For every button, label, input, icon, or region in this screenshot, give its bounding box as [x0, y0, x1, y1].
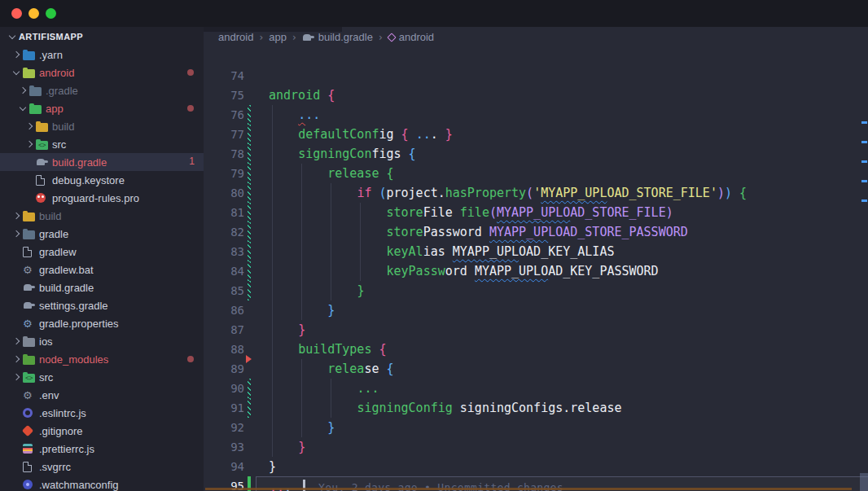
- code-line-81[interactable]: 81 storeFile file(MYAPP_UPLOAD_STORE_FIL…: [204, 203, 868, 222]
- line-content[interactable]: }: [256, 300, 868, 320]
- chevron-right-icon[interactable]: [10, 213, 23, 218]
- code-line-79[interactable]: 79 release {: [204, 164, 868, 183]
- line-content[interactable]: keyPassword MYAPP_UPLOAD_KEY_PASSWORD: [256, 261, 868, 281]
- line-content[interactable]: ...: [256, 105, 868, 125]
- sidebar-item-gitignore[interactable]: .gitignore: [0, 422, 204, 440]
- breadcrumb-item-android[interactable]: android: [218, 31, 253, 43]
- sidebar-item-gradlew-bat[interactable]: ⚙gradlew.bat: [0, 261, 204, 278]
- vertical-scrollbar[interactable]: [860, 473, 868, 491]
- line-number[interactable]: 85: [204, 281, 244, 300]
- sidebar-item-settings-gradle[interactable]: settings.gradle: [0, 296, 204, 314]
- sidebar-item-app[interactable]: app: [0, 99, 204, 117]
- explorer-root-folder[interactable]: ARTIFISMAPP: [0, 27, 204, 46]
- code-line-77[interactable]: 77 defaultConfig { ... }: [204, 125, 868, 144]
- chevron-down-icon[interactable]: [10, 71, 23, 74]
- line-content[interactable]: ...: [256, 379, 868, 398]
- line-number[interactable]: 94: [204, 457, 244, 476]
- sidebar-item-eslintrc-js[interactable]: .eslintrc.js: [0, 404, 204, 422]
- sidebar-item-build-gradle[interactable]: build.gradle1: [0, 153, 204, 171]
- line-number[interactable]: 78: [204, 144, 244, 164]
- git-deleted-arrow-icon[interactable]: [246, 355, 252, 363]
- line-number[interactable]: 82: [204, 222, 244, 242]
- line-number[interactable]: 74: [204, 66, 244, 85]
- breadcrumb-item-android[interactable]: android: [388, 31, 434, 43]
- chevron-right-icon[interactable]: [23, 142, 36, 147]
- sidebar-item-gradle-properties[interactable]: ⚙gradle.properties: [0, 314, 204, 332]
- line-number[interactable]: 75: [204, 85, 244, 105]
- line-content[interactable]: if (project.hasProperty('MYAPP_UPLOAD_ST…: [256, 183, 868, 203]
- sidebar-item-yarn[interactable]: .yarn: [0, 46, 204, 64]
- line-number[interactable]: 84: [204, 261, 244, 281]
- line-content[interactable]: android {: [256, 85, 868, 105]
- sidebar-item-build[interactable]: build: [0, 207, 204, 225]
- code-line-85[interactable]: 85 }: [204, 281, 868, 300]
- chevron-right-icon[interactable]: [10, 339, 23, 344]
- code-line-86[interactable]: 86 }: [204, 300, 868, 320]
- code-line-82[interactable]: 82 storePassword MYAPP_UPLOAD_STORE_PASS…: [204, 222, 868, 242]
- code-line-91[interactable]: 91 signingConfig signingConfigs.release: [204, 398, 868, 418]
- zoom-window-button[interactable]: [46, 8, 56, 19]
- line-number[interactable]: 92: [204, 418, 244, 437]
- line-number[interactable]: 87: [204, 320, 244, 340]
- horizontal-scrollbar[interactable]: [205, 488, 852, 490]
- chevron-right-icon[interactable]: [10, 52, 23, 57]
- code-line-76[interactable]: 76 ...: [204, 105, 868, 125]
- code-line-89[interactable]: 89 release {: [204, 359, 868, 379]
- sidebar-item-src[interactable]: <>src: [0, 135, 204, 153]
- sidebar-item-node_modules[interactable]: node_modules: [0, 350, 204, 368]
- line-content[interactable]: release {: [256, 164, 868, 183]
- sidebar-item-prettierrc-js[interactable]: .prettierrc.js: [0, 440, 204, 458]
- line-content[interactable]: storePassword MYAPP_UPLOAD_STORE_PASSWOR…: [256, 222, 868, 242]
- line-content[interactable]: }: [256, 418, 868, 437]
- line-content[interactable]: buildTypes {: [256, 340, 868, 359]
- line-content[interactable]: signingConfigs {: [256, 144, 868, 164]
- line-content[interactable]: }: [256, 281, 868, 300]
- sidebar-item-debug-keystore[interactable]: debug.keystore: [0, 171, 204, 189]
- line-number[interactable]: 79: [204, 164, 244, 183]
- sidebar-item-gradle[interactable]: gradle: [0, 225, 204, 243]
- line-number[interactable]: 90: [204, 379, 244, 398]
- code-line-93[interactable]: 93 }: [204, 437, 868, 457]
- chevron-right-icon[interactable]: [16, 88, 29, 93]
- line-number[interactable]: 91: [204, 398, 244, 418]
- line-content[interactable]: release {: [256, 359, 868, 379]
- sidebar-item-android[interactable]: android: [0, 64, 204, 81]
- sidebar-item-build[interactable]: build: [0, 117, 204, 135]
- code-line-75[interactable]: 75android {: [204, 85, 868, 105]
- sidebar-item-watchmanconfig[interactable]: .watchmanconfig: [0, 476, 204, 491]
- close-window-button[interactable]: [11, 8, 22, 19]
- code-line-94[interactable]: 94}: [204, 457, 868, 476]
- minimize-window-button[interactable]: [28, 8, 39, 19]
- line-number[interactable]: 89: [204, 359, 244, 379]
- sidebar-item-proguard-rules-pro[interactable]: proguard-rules.pro: [0, 189, 204, 207]
- chevron-right-icon[interactable]: [10, 357, 23, 362]
- sidebar-item-src[interactable]: <>src: [0, 368, 204, 386]
- line-content[interactable]: [256, 66, 868, 85]
- line-number[interactable]: 81: [204, 203, 244, 222]
- sidebar-item-svgrrc[interactable]: .svgrrc: [0, 458, 204, 476]
- line-content[interactable]: keyAlias MYAPP_UPLOAD_KEY_ALIAS: [256, 242, 868, 261]
- line-content[interactable]: defaultConfig { ... }: [256, 125, 868, 144]
- sidebar-item-gradlew[interactable]: gradlew: [0, 243, 204, 261]
- code-line-83[interactable]: 83 keyAlias MYAPP_UPLOAD_KEY_ALIAS: [204, 242, 868, 261]
- line-content[interactable]: }: [256, 437, 868, 457]
- code-line-78[interactable]: 78 signingConfigs {: [204, 144, 868, 164]
- code-line-92[interactable]: 92 }: [204, 418, 868, 437]
- line-number[interactable]: 93: [204, 437, 244, 457]
- sidebar-item-gradle[interactable]: .gradle: [0, 81, 204, 99]
- sidebar-item-ios[interactable]: ios: [0, 332, 204, 350]
- chevron-right-icon[interactable]: [10, 375, 23, 379]
- line-number[interactable]: 83: [204, 242, 244, 261]
- sidebar-item-env[interactable]: ⚙.env: [0, 386, 204, 404]
- line-number[interactable]: 80: [204, 183, 244, 203]
- code-line-74[interactable]: 74: [204, 66, 868, 85]
- sidebar-item-build-gradle[interactable]: build.gradle: [0, 278, 204, 296]
- line-number[interactable]: 77: [204, 125, 244, 144]
- line-number[interactable]: 76: [204, 105, 244, 125]
- line-content[interactable]: }: [256, 457, 868, 476]
- line-number[interactable]: 88: [204, 340, 244, 359]
- line-content[interactable]: }: [256, 320, 868, 340]
- code-line-80[interactable]: 80 if (project.hasProperty('MYAPP_UPLOAD…: [204, 183, 868, 203]
- code-line-90[interactable]: 90 ...: [204, 379, 868, 398]
- chevron-down-icon[interactable]: [16, 107, 29, 110]
